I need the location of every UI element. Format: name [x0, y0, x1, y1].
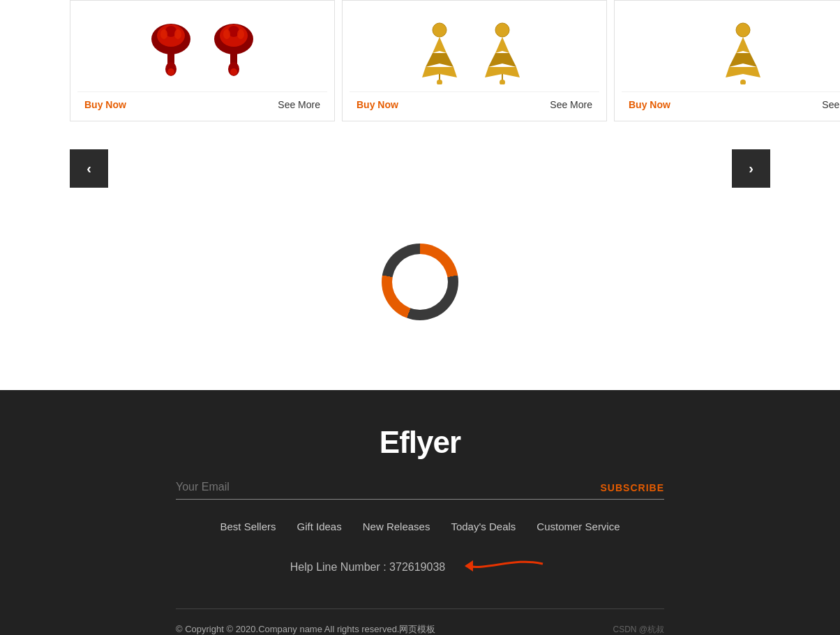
svg-marker-23	[495, 37, 509, 53]
svg-marker-24	[488, 53, 516, 67]
jewelry-image-3a	[722, 22, 771, 77]
product-actions-2: Buy Now See More	[350, 91, 599, 114]
footer-logo: Eflyer	[380, 425, 460, 460]
product-images-1	[77, 8, 327, 91]
email-subscription-section: SUBSCRIBE	[176, 481, 664, 500]
helpline-text: Help Line Number : 372619038	[290, 561, 445, 574]
watermark-text: CSDN @杭叔	[613, 624, 664, 636]
footer-link-new-releases[interactable]: New Releases	[363, 521, 430, 532]
svg-point-22	[495, 23, 509, 37]
buy-now-button-1[interactable]: Buy Now	[84, 99, 126, 110]
product-actions-1: Buy Now See More	[77, 91, 327, 114]
prev-arrow-icon: ‹	[87, 160, 91, 177]
svg-point-16	[433, 23, 447, 37]
svg-marker-18	[426, 53, 453, 67]
red-arrow-indicator	[459, 553, 550, 581]
product-actions-3: Buy Now See More	[622, 91, 840, 114]
svg-marker-17	[433, 37, 447, 53]
svg-point-4	[174, 29, 181, 39]
svg-point-3	[160, 29, 167, 39]
next-arrow-icon: ›	[749, 160, 753, 177]
next-arrow-button[interactable]: ›	[732, 149, 770, 188]
products-row: Buy Now See More	[0, 0, 840, 121]
product-card-3: Buy Now See More	[614, 0, 840, 121]
jewelry-image-2a	[419, 22, 467, 77]
product-card-2: Buy Now See More	[342, 0, 607, 121]
svg-point-7	[167, 68, 174, 75]
footer-inner: Eflyer SUBSCRIBE Best Sellers Gift Ideas…	[176, 425, 664, 635]
see-more-button-3[interactable]: See More	[822, 99, 840, 110]
svg-point-12	[237, 29, 244, 39]
buy-now-button-3[interactable]: Buy Now	[629, 99, 670, 110]
svg-point-15	[230, 68, 237, 75]
svg-marker-30	[729, 53, 757, 67]
jewelry-image-1a	[147, 22, 195, 77]
svg-point-11	[223, 29, 230, 39]
svg-point-28	[736, 23, 750, 37]
footer-link-gift-ideas[interactable]: Gift Ideas	[297, 521, 342, 532]
copyright-section: © Copyright © 2020.Company name All righ…	[176, 608, 664, 635]
jewelry-image-1b	[209, 22, 258, 77]
see-more-button-1[interactable]: See More	[278, 99, 320, 110]
svg-point-21	[437, 80, 442, 84]
products-section: Buy Now See More	[0, 0, 840, 390]
footer-link-customer-service[interactable]: Customer Service	[537, 521, 620, 532]
product-card-1: Buy Now See More	[70, 0, 335, 121]
footer: Eflyer SUBSCRIBE Best Sellers Gift Ideas…	[0, 390, 840, 635]
svg-point-27	[500, 80, 505, 84]
subscribe-button[interactable]: SUBSCRIBE	[601, 482, 664, 493]
carousel-navigation: ‹ ›	[0, 135, 840, 202]
svg-marker-33	[465, 560, 473, 572]
loading-spinner	[382, 244, 458, 320]
svg-marker-31	[726, 67, 760, 77]
jewelry-image-2b	[481, 22, 530, 77]
svg-point-32	[740, 80, 746, 84]
email-input[interactable]	[176, 481, 601, 493]
buy-now-button-2[interactable]: Buy Now	[357, 99, 398, 110]
product-images-3	[622, 8, 840, 91]
product-images-2	[350, 8, 599, 91]
helpline-section: Help Line Number : 372619038	[290, 553, 550, 581]
see-more-button-2[interactable]: See More	[550, 99, 592, 110]
copyright-text: © Copyright © 2020.Company name All righ…	[176, 623, 435, 635]
prev-arrow-button[interactable]: ‹	[70, 149, 108, 188]
loading-spinner-section	[0, 202, 840, 376]
footer-link-todays-deals[interactable]: Today's Deals	[451, 521, 516, 532]
footer-links: Best Sellers Gift Ideas New Releases Tod…	[220, 521, 620, 532]
svg-marker-29	[736, 37, 750, 53]
footer-link-best-sellers[interactable]: Best Sellers	[220, 521, 276, 532]
